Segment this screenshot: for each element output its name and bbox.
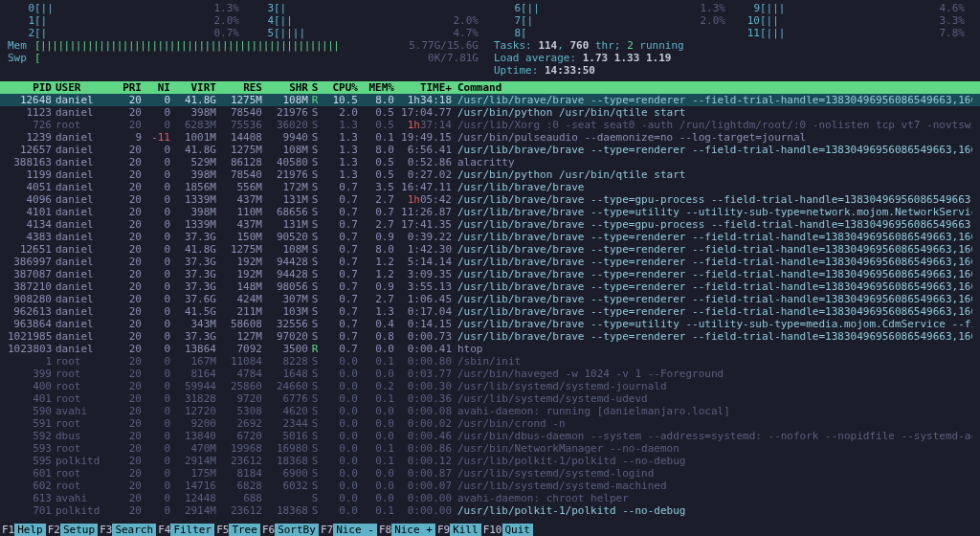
process-row[interactable]: 4383daniel20037.3G150M90520S0.70.90:39.2…: [0, 231, 980, 243]
process-row[interactable]: 386997daniel20037.3G192M94428S0.71.25:14…: [0, 256, 980, 268]
process-row[interactable]: 399root200816447841648S0.00.00:03.77/usr…: [0, 368, 980, 380]
process-row[interactable]: 12648daniel20041.8G1275M108MR10.58.01h34…: [0, 94, 980, 106]
process-row[interactable]: 591root200920026922344S0.00.00:00.02/usr…: [0, 417, 980, 430]
cpu-meter-1: 1[|2.0%: [8, 14, 247, 27]
process-row[interactable]: 908280daniel20037.6G424M307MS0.72.71:06.…: [0, 293, 980, 305]
fkey-f4: F4: [156, 524, 170, 536]
cpu-meter-0: 0[||1.3%: [8, 2, 247, 14]
fkey-f10-label[interactable]: Quit: [502, 524, 534, 536]
fkey-f3: F3: [98, 524, 112, 536]
fkey-f8-label[interactable]: Nice +: [391, 524, 435, 536]
fkey-f3-label[interactable]: Search: [112, 524, 156, 536]
cpu-meter-11: 11[|||7.8%: [733, 27, 972, 39]
fkey-f2-label[interactable]: Setup: [60, 524, 98, 536]
fkey-f7: F7: [319, 524, 333, 536]
cpu-meter-4: 4[||2.0%: [247, 14, 486, 27]
process-row[interactable]: 1021985daniel20037.3G127M97020S0.70.80:0…: [0, 330, 980, 343]
process-row[interactable]: 1root200167M110848228S0.00.10:00.80/sbin…: [0, 355, 980, 368]
function-key-bar: F1HelpF2SetupF3SearchF4FilterF5TreeF6Sor…: [0, 524, 980, 536]
process-row[interactable]: 12651daniel20041.8G1275M108MS0.78.01:42.…: [0, 243, 980, 256]
cpu-meter-9: 9[|||4.6%: [733, 2, 972, 14]
col-virt[interactable]: VIRT: [170, 81, 216, 94]
fkey-f6: F6: [260, 524, 275, 536]
system-meters: 0[||1.3%1[|2.0%2[|0.7%3[|4[||2.0%5[||||4…: [0, 0, 980, 81]
cpu-meter-5: 5[||||4.7%: [247, 27, 486, 39]
col-user[interactable]: USER: [56, 81, 113, 94]
process-row[interactable]: 1199daniel200398M7854021976S1.30.50:27.0…: [0, 168, 980, 181]
fkey-f5: F5: [214, 524, 229, 536]
tasks-info: Tasks: 114, 760 thr; 2 running: [494, 39, 972, 52]
col-pid[interactable]: PID: [8, 81, 56, 94]
process-row[interactable]: 726root2006283M7553636020S1.30.51h37:14/…: [0, 119, 980, 131]
uptime: Uptime: 14:33:50: [494, 64, 972, 77]
process-row[interactable]: 387210daniel20037.3G148M98056S0.70.93:55…: [0, 280, 980, 293]
process-row[interactable]: 1239daniel9-111001M144089940S1.30.119:49…: [0, 131, 980, 144]
fkey-f7-label[interactable]: Nice -: [333, 524, 377, 536]
cpu-meter-3: 3[|: [247, 2, 486, 14]
fkey-f1: F1: [0, 524, 14, 536]
process-row[interactable]: 387087daniel20037.3G192M94428S0.71.23:09…: [0, 268, 980, 280]
process-row[interactable]: 592dbus2001384067205016S0.00.00:00.46/us…: [0, 430, 980, 442]
process-row[interactable]: 4101daniel200398M110M68656S0.70.711:26.8…: [0, 206, 980, 218]
process-row[interactable]: 400root200599442586024660S0.00.20:00.30/…: [0, 380, 980, 392]
process-row[interactable]: 593root200470M1996816980S0.00.10:00.86/u…: [0, 442, 980, 455]
process-row[interactable]: 590avahi2001272053084620S0.00.00:00.08av…: [0, 405, 980, 417]
process-row[interactable]: 962613daniel20041.5G211M103MS0.71.30:17.…: [0, 305, 980, 318]
fkey-f6-label[interactable]: SortBy: [275, 524, 319, 536]
process-row[interactable]: 963864daniel200343M5860832556S0.70.40:14…: [0, 318, 980, 330]
process-row[interactable]: 1023803daniel2001386470923500R0.70.00:00…: [0, 343, 980, 355]
fkey-f5-label[interactable]: Tree: [229, 524, 260, 536]
process-row[interactable]: 12657daniel20041.8G1275M108MS1.38.06:56.…: [0, 144, 980, 156]
col-shr[interactable]: SHR: [262, 81, 308, 94]
cpu-meter-8: 8[: [494, 27, 733, 39]
memory-meter: Mem [|||||||||||||||||||||||||||||||||||…: [8, 39, 486, 52]
process-list[interactable]: 12648daniel20041.8G1275M108MR10.58.01h34…: [0, 94, 980, 517]
load-average: Load average: 1.73 1.33 1.19: [494, 52, 972, 64]
process-row[interactable]: 388163daniel200529M8612840580S1.30.50:52…: [0, 156, 980, 168]
process-table-header[interactable]: PID USER PRI NI VIRT RES SHR S CPU% MEM%…: [0, 81, 980, 94]
process-row[interactable]: 595polkitd2002914M2361218368S0.00.10:00.…: [0, 455, 980, 467]
col-res[interactable]: RES: [216, 81, 262, 94]
col-command[interactable]: Command: [456, 81, 972, 94]
process-row[interactable]: 601root200175M81846900S0.00.00:00.87/usr…: [0, 467, 980, 480]
process-row[interactable]: 4134daniel2001339M437M131MS0.72.717:41.3…: [0, 218, 980, 231]
fkey-f9-label[interactable]: Kill: [450, 524, 481, 536]
col-time[interactable]: TIME+: [394, 81, 456, 94]
col-ni[interactable]: NI: [142, 81, 170, 94]
cpu-meter-7: 7[|2.0%: [494, 14, 733, 27]
process-row[interactable]: 1123daniel200398M7854021976S2.00.517:04.…: [0, 106, 980, 119]
fkey-f2: F2: [46, 524, 60, 536]
process-row[interactable]: 4096daniel2001339M437M131MS0.72.71h05:42…: [0, 193, 980, 206]
fkey-f1-label[interactable]: Help: [14, 524, 46, 536]
fkey-f10: F10: [481, 524, 502, 536]
process-row[interactable]: 701polkitd2002914M2361218368S0.00.10:00.…: [0, 504, 980, 517]
process-row[interactable]: 401root2003182897206776S0.00.10:00.36/us…: [0, 392, 980, 405]
fkey-f8: F8: [377, 524, 391, 536]
col-pri[interactable]: PRI: [113, 81, 142, 94]
cpu-meter-6: 6[||1.3%: [494, 2, 733, 14]
cpu-meter-2: 2[|0.7%: [8, 27, 247, 39]
fkey-f4-label[interactable]: Filter: [170, 524, 214, 536]
col-state[interactable]: S: [308, 81, 322, 94]
col-cpu[interactable]: CPU%: [322, 81, 358, 94]
swap-meter: Swp [ 0K/7.81G: [8, 52, 486, 64]
cpu-meter-10: 10[||3.3%: [733, 14, 972, 27]
process-row[interactable]: 613avahi20012448688S0.00.00:00.00avahi-d…: [0, 492, 980, 504]
col-mem[interactable]: MEM%: [358, 81, 394, 94]
process-row[interactable]: 602root2001471668286032S0.00.00:00.07/us…: [0, 480, 980, 492]
process-row[interactable]: 4051daniel2001856M556M172MS0.73.516:47.1…: [0, 181, 980, 193]
fkey-f9: F9: [435, 524, 450, 536]
